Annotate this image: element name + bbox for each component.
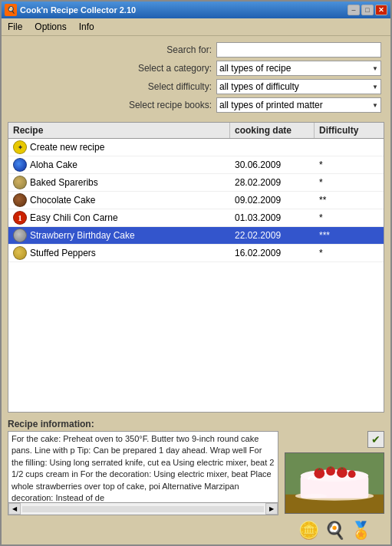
window-title: Cook'n Recipe Collector 2.10	[20, 5, 136, 15]
category-label: Select a category:	[112, 63, 212, 74]
list-row[interactable]: Strawberry Birthday Cake 22.02.2009 ***	[8, 227, 384, 245]
recipe-name: Aloha Cake	[30, 160, 77, 170]
info-text: For the cake: Preheat oven to 350°F. But…	[8, 432, 278, 502]
recipe-name: Strawberry Birthday Cake	[30, 230, 135, 241]
recipe-icon	[13, 229, 27, 242]
recipe-cell: Chocolate Cake	[8, 192, 230, 209]
svg-point-7	[337, 467, 348, 478]
books-row: Select recipe books: all types of printe…	[11, 97, 381, 113]
recipe-cell: Stuffed Peppers	[8, 245, 230, 261]
books-select[interactable]: all types of printed matter	[216, 97, 381, 113]
recipe-difficulty: *	[315, 176, 384, 189]
recipe-difficulty: *	[315, 211, 384, 225]
recipe-image	[285, 452, 384, 514]
main-window: 🍳 Cook'n Recipe Collector 2.10 – □ ✕ Fil…	[0, 0, 392, 546]
books-label: Select recipe books:	[112, 100, 212, 110]
recipe-date: 30.06.2009	[230, 158, 315, 172]
list-row[interactable]: Aloha Cake 30.06.2009 *	[8, 156, 384, 174]
menu-file[interactable]: File	[5, 20, 25, 34]
title-bar-left: 🍳 Cook'n Recipe Collector 2.10	[5, 4, 136, 16]
difficulty-row: Select difficulty: all types of difficul…	[11, 79, 381, 94]
col-date: cooking date	[230, 123, 315, 138]
action-buttons: 🪙 🍳 🏅	[285, 520, 384, 541]
search-label: Search for:	[112, 44, 212, 55]
app-icon: 🍳	[5, 4, 17, 16]
search-area: Search for: Select a category: all types…	[2, 36, 390, 119]
scroll-track[interactable]	[22, 506, 264, 512]
recipe-date: 16.02.2009	[230, 246, 315, 260]
medal-button[interactable]: 🏅	[350, 520, 371, 541]
scroll-right-button[interactable]: ▶	[265, 503, 278, 515]
menu-info[interactable]: Info	[76, 20, 97, 34]
list-row[interactable]: Stuffed Peppers 16.02.2009 *	[8, 245, 384, 262]
recipe-date: 01.03.2009	[230, 211, 315, 225]
recipe-name: Easy Chili Con Carne	[30, 212, 118, 223]
svg-point-8	[348, 470, 356, 478]
search-input[interactable]	[216, 42, 381, 58]
recipe-date	[230, 146, 315, 149]
recipe-name: Chocolate Cake	[30, 195, 95, 206]
recipe-cell: Baked Spareribs	[8, 174, 230, 191]
category-select[interactable]: all types of recipe	[216, 61, 381, 76]
recipe-list: Recipe cooking date Difficulty ✦ Create …	[8, 122, 384, 413]
recipe-icon	[13, 193, 27, 207]
list-body: ✦ Create new recipe Aloha Cake 30.06.200…	[8, 139, 384, 412]
recipe-cell: Strawberry Birthday Cake	[8, 227, 230, 244]
minimize-button[interactable]: –	[348, 5, 360, 15]
recipe-icon: ✦	[13, 140, 27, 154]
recipe-date: 28.02.2009	[230, 176, 315, 189]
recipe-difficulty: *	[315, 158, 384, 172]
recipe-name: Baked Spareribs	[30, 177, 98, 188]
recipe-icon	[13, 246, 27, 260]
horizontal-scrollbar[interactable]: ◀ ▶	[8, 502, 278, 515]
title-bar-buttons: – □ ✕	[348, 5, 387, 15]
recipe-difficulty: ***	[315, 229, 384, 242]
list-row[interactable]: ✦ Create new recipe	[8, 139, 384, 156]
books-select-wrapper: all types of printed matter	[216, 97, 381, 113]
info-text-wrapper: For the cake: Preheat oven to 350°F. But…	[8, 431, 278, 515]
stove-button[interactable]: 🍳	[324, 520, 345, 541]
recipe-cell: Aloha Cake	[8, 156, 230, 173]
check-small-button[interactable]: ✔	[367, 431, 384, 448]
recipe-date: 09.02.2009	[230, 193, 315, 207]
coin-button[interactable]: 🪙	[298, 520, 319, 541]
menu-options[interactable]: Options	[31, 20, 69, 34]
category-row: Select a category: all types of recipe	[11, 61, 381, 76]
scroll-left-button[interactable]: ◀	[8, 503, 21, 515]
recipe-icon	[13, 176, 27, 189]
title-bar: 🍳 Cook'n Recipe Collector 2.10 – □ ✕	[2, 2, 390, 18]
recipe-cell: 1 Easy Chili Con Carne	[8, 209, 230, 226]
list-header: Recipe cooking date Difficulty	[8, 123, 384, 139]
cake-svg	[285, 452, 384, 514]
right-panel: ✔	[285, 431, 384, 541]
info-label: Recipe information:	[8, 419, 384, 429]
recipe-icon: 1	[13, 211, 27, 225]
difficulty-label: Select difficulty:	[112, 81, 212, 92]
recipe-difficulty	[315, 146, 384, 149]
recipe-difficulty: *	[315, 246, 384, 260]
maximize-button[interactable]: □	[361, 5, 374, 15]
info-bottom: For the cake: Preheat oven to 350°F. But…	[8, 431, 384, 541]
svg-point-9	[305, 494, 328, 498]
menu-bar: File Options Info	[2, 18, 390, 36]
recipe-difficulty: **	[315, 193, 384, 207]
category-select-wrapper: all types of recipe	[216, 61, 381, 76]
recipe-name: Create new recipe	[30, 142, 104, 153]
recipe-name: Stuffed Peppers	[30, 248, 96, 258]
list-row[interactable]: 1 Easy Chili Con Carne 01.03.2009 *	[8, 209, 384, 227]
close-button[interactable]: ✕	[375, 5, 387, 15]
search-row: Search for:	[11, 42, 381, 58]
list-row[interactable]: Baked Spareribs 28.02.2009 *	[8, 174, 384, 192]
col-difficulty: Difficulty	[315, 123, 384, 138]
recipe-date: 22.02.2009	[230, 229, 315, 242]
bottom-area: Recipe information: For the cake: Prehea…	[2, 416, 390, 544]
difficulty-select[interactable]: all types of difficulty	[216, 79, 381, 94]
difficulty-select-wrapper: all types of difficulty	[216, 79, 381, 94]
col-recipe: Recipe	[8, 123, 230, 138]
list-row[interactable]: Chocolate Cake 09.02.2009 **	[8, 192, 384, 209]
recipe-icon	[13, 158, 27, 172]
recipe-cell: ✦ Create new recipe	[8, 139, 230, 156]
svg-point-5	[314, 468, 324, 479]
